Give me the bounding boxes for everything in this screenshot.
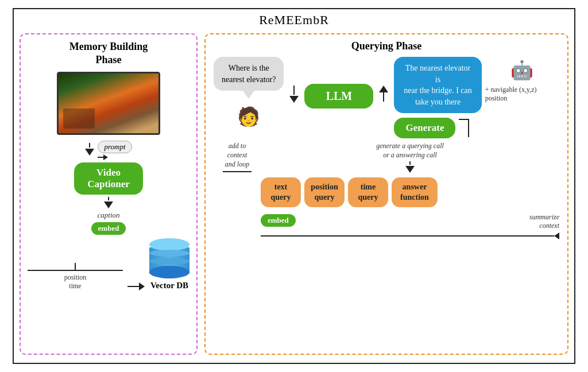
bottom-arrows xyxy=(261,231,559,241)
down-arrow-1 xyxy=(85,143,94,157)
embed-badge-query: embed xyxy=(261,214,296,227)
text-query-box: textquery xyxy=(261,177,301,207)
llm-section: LLM xyxy=(304,82,373,110)
answer-function-box: answerfunction xyxy=(392,177,438,207)
caption-row: caption xyxy=(98,197,120,220)
querying-phase: Querying Phase Where is thenearest eleva… xyxy=(204,33,568,355)
caption-label: caption xyxy=(98,211,120,220)
left-loop-arrow xyxy=(223,171,252,172)
robot-emoji: 🤖 xyxy=(510,59,533,81)
memory-bottom: positiontime Vector DB xyxy=(28,238,189,290)
video-captioner-box: VideoCaptioner xyxy=(74,162,143,195)
generate-response-col: The nearest elevator isnear the bridge. … xyxy=(394,57,559,138)
robot-col: 🤖 + navigable (x,y,z) position xyxy=(485,57,559,103)
querying-phase-title: Querying Phase xyxy=(214,40,559,52)
main-title: ReMEEmbR xyxy=(14,9,574,30)
summarize-label: summarizecontext xyxy=(529,213,559,230)
video-image xyxy=(57,72,160,135)
prompt-area: prompt xyxy=(85,140,131,160)
querying-top-row: Where is thenearest elevator? 🧑 LLM xyxy=(214,57,559,138)
vector-db-label: Vector DB xyxy=(150,281,188,290)
horiz-arrow-to-db xyxy=(127,282,145,290)
memory-building-phase: Memory BuildingPhase prompt xyxy=(20,33,198,355)
position-time-label: positiontime xyxy=(64,273,87,290)
querying-call-label: generate a querying callor a answering c… xyxy=(376,142,444,160)
memory-left-col: positiontime xyxy=(28,263,123,290)
add-context-col: add tocontextand loop xyxy=(214,142,261,172)
vector-db-col: Vector DB xyxy=(149,238,189,290)
vector-db-cylinder xyxy=(149,238,189,278)
response-row: The nearest elevator isnear the bridge. … xyxy=(394,57,559,113)
right-loop-arrow xyxy=(459,119,469,137)
position-query-box: positionquery xyxy=(304,177,345,207)
llm-box: LLM xyxy=(304,84,373,108)
functions-col: generate a querying callor a answering c… xyxy=(261,142,559,241)
function-boxes-row: textquery positionquery timequery answer… xyxy=(261,177,559,207)
embed-row: embed summarizecontext xyxy=(261,211,559,230)
response-bubble: The nearest elevator isnear the bridge. … xyxy=(394,57,481,113)
navigable-label: + navigable (x,y,z) position xyxy=(485,86,559,103)
up-arrow-from-generate xyxy=(379,86,388,102)
generate-box: Generate xyxy=(394,118,455,138)
query-bubble-col: Where is thenearest elevator? 🧑 xyxy=(214,57,284,127)
prompt-badge: prompt xyxy=(98,141,131,153)
arrow-to-llm xyxy=(289,57,299,104)
memory-phase-title: Memory BuildingPhase xyxy=(69,40,148,67)
person-emoji: 🧑 xyxy=(237,106,260,127)
time-query-box: timequery xyxy=(348,177,388,207)
generate-row: Generate xyxy=(394,118,469,138)
add-to-context-label: add tocontextand loop xyxy=(225,142,249,169)
phases-row: Memory BuildingPhase prompt xyxy=(14,30,574,361)
query-bubble: Where is thenearest elevator? xyxy=(214,57,284,91)
embed-badge-memory: embed xyxy=(91,222,126,235)
main-diagram: ReMEEmbR Memory BuildingPhase prompt xyxy=(13,8,575,364)
middle-section: add tocontextand loop generate a queryin… xyxy=(214,142,559,241)
